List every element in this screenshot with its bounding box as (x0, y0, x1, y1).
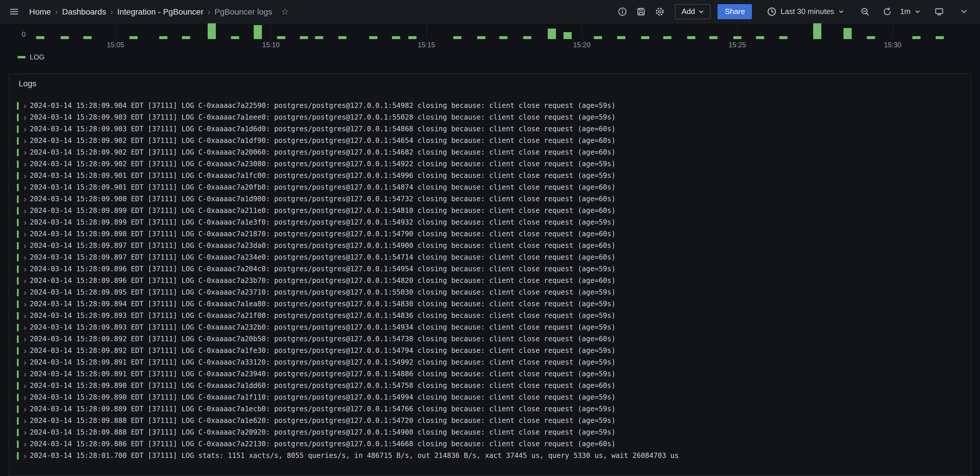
log-row[interactable]: ›2024-03-14 15:28:09.895 EDT [37111] LOG… (10, 287, 970, 298)
expand-chevron-icon[interactable]: › (22, 287, 29, 298)
expand-chevron-icon[interactable]: › (22, 438, 29, 450)
log-row[interactable]: ›2024-03-14 15:28:09.899 EDT [37111] LOG… (10, 217, 970, 228)
log-row[interactable]: ›2024-03-14 15:28:09.904 EDT [37111] LOG… (10, 100, 970, 111)
dashboard-settings-gear-icon[interactable] (652, 3, 668, 19)
log-message: 2024-03-14 15:28:09.891 EDT [37111] LOG … (30, 368, 616, 380)
expand-chevron-icon[interactable]: › (22, 310, 29, 322)
log-row[interactable]: ›2024-03-14 15:28:09.889 EDT [37111] LOG… (10, 403, 970, 415)
log-row[interactable]: ›2024-03-14 15:28:09.899 EDT [37111] LOG… (10, 205, 970, 217)
log-row[interactable]: ›2024-03-14 15:28:09.898 EDT [37111] LOG… (10, 228, 970, 240)
kiosk-monitor-icon[interactable] (931, 3, 947, 19)
log-row[interactable]: ›2024-03-14 15:28:01.700 EDT [37111] LOG… (10, 450, 970, 462)
expand-chevron-icon[interactable]: › (22, 450, 29, 462)
log-row[interactable]: ›2024-03-14 15:28:09.902 EDT [37111] LOG… (10, 135, 970, 146)
log-row[interactable]: ›2024-03-14 15:28:09.890 EDT [37111] LOG… (10, 380, 970, 392)
log-row[interactable]: ›2024-03-14 15:28:09.896 EDT [37111] LOG… (10, 275, 970, 287)
expand-chevron-icon[interactable]: › (22, 333, 29, 345)
favorite-star-icon[interactable]: ☆ (277, 3, 293, 19)
log-row[interactable]: ›2024-03-14 15:28:09.897 EDT [37111] LOG… (10, 252, 970, 263)
nav-left: Home›Dashboards›Integration - PgBouncer›… (6, 3, 293, 19)
log-row[interactable]: ›2024-03-14 15:28:09.901 EDT [37111] LOG… (10, 181, 970, 193)
log-message: 2024-03-14 15:28:09.902 EDT [37111] LOG … (30, 146, 616, 158)
log-row[interactable]: ›2024-03-14 15:28:09.888 EDT [37111] LOG… (10, 427, 970, 438)
expand-chevron-icon[interactable]: › (22, 123, 29, 135)
expand-chevron-icon[interactable]: › (22, 217, 29, 228)
log-message: 2024-03-14 15:28:09.888 EDT [37111] LOG … (30, 427, 616, 438)
y-axis-tick-label: 0 (0, 30, 25, 38)
expand-chevron-icon[interactable]: › (22, 146, 29, 158)
expand-chevron-icon[interactable]: › (22, 252, 29, 263)
expand-chevron-icon[interactable]: › (22, 298, 29, 310)
log-volume-bar (733, 36, 741, 39)
expand-chevron-icon[interactable]: › (22, 380, 29, 392)
expand-chevron-icon[interactable]: › (22, 111, 29, 123)
log-level-indicator (17, 218, 19, 226)
log-row[interactable]: ›2024-03-14 15:28:09.897 EDT [37111] LOG… (10, 240, 970, 252)
expand-chevron-icon[interactable]: › (22, 322, 29, 333)
expand-chevron-icon[interactable]: › (22, 193, 29, 205)
expand-chevron-icon[interactable]: › (22, 158, 29, 170)
log-row[interactable]: ›2024-03-14 15:28:09.894 EDT [37111] LOG… (10, 298, 970, 310)
log-row[interactable]: ›2024-03-14 15:28:09.891 EDT [37111] LOG… (10, 368, 970, 380)
share-button[interactable]: Share (718, 4, 752, 19)
expand-chevron-icon[interactable]: › (22, 135, 29, 146)
log-level-indicator (17, 265, 19, 273)
zoom-out-icon[interactable] (857, 3, 873, 19)
breadcrumb-item-home[interactable]: Home (29, 7, 51, 16)
log-row[interactable]: ›2024-03-14 15:28:09.901 EDT [37111] LOG… (10, 170, 970, 181)
log-row[interactable]: ›2024-03-14 15:28:09.903 EDT [37111] LOG… (10, 111, 970, 123)
log-message: 2024-03-14 15:28:09.893 EDT [37111] LOG … (30, 310, 616, 322)
log-row[interactable]: ›2024-03-14 15:28:09.886 EDT [37111] LOG… (10, 438, 970, 450)
expand-chevron-icon[interactable]: › (22, 275, 29, 287)
log-row[interactable]: ›2024-03-14 15:28:09.890 EDT [37111] LOG… (10, 392, 970, 403)
log-row[interactable]: ›2024-03-14 15:28:09.903 EDT [37111] LOG… (10, 123, 970, 135)
expand-chevron-icon[interactable]: › (22, 263, 29, 275)
log-message: 2024-03-14 15:28:09.893 EDT [37111] LOG … (30, 322, 616, 333)
expand-chevron-icon[interactable]: › (22, 392, 29, 403)
log-row[interactable]: ›2024-03-14 15:28:09.891 EDT [37111] LOG… (10, 357, 970, 368)
log-row[interactable]: ›2024-03-14 15:28:09.888 EDT [37111] LOG… (10, 415, 970, 427)
expand-chevron-icon[interactable]: › (22, 205, 29, 217)
expand-chevron-icon[interactable]: › (22, 240, 29, 252)
expand-chevron-icon[interactable]: › (22, 181, 29, 193)
log-row[interactable]: ›2024-03-14 15:28:09.902 EDT [37111] LOG… (10, 158, 970, 170)
expand-chevron-icon[interactable]: › (22, 368, 29, 380)
expand-chevron-icon[interactable]: › (22, 170, 29, 181)
log-row[interactable]: ›2024-03-14 15:28:09.900 EDT [37111] LOG… (10, 193, 970, 205)
expand-chevron-icon[interactable]: › (22, 357, 29, 368)
breadcrumb-item-integration-pgbouncer[interactable]: Integration - PgBouncer (117, 7, 204, 16)
expand-chevron-icon[interactable]: › (22, 415, 29, 427)
refresh-icon[interactable] (879, 3, 896, 19)
save-dashboard-icon[interactable] (633, 3, 649, 19)
log-row[interactable]: ›2024-03-14 15:28:09.902 EDT [37111] LOG… (10, 146, 970, 158)
log-volume-bar (369, 36, 378, 39)
refresh-interval-dropdown[interactable]: 1m (898, 3, 923, 19)
collapse-chevron-down-icon[interactable] (956, 3, 972, 19)
log-message: 2024-03-14 15:28:01.700 EDT [37111] LOG … (30, 450, 679, 462)
log-row[interactable]: ›2024-03-14 15:28:09.892 EDT [37111] LOG… (10, 333, 970, 345)
log-row[interactable]: ›2024-03-14 15:28:09.892 EDT [37111] LOG… (10, 345, 970, 357)
log-volume-bar (756, 36, 764, 39)
expand-chevron-icon[interactable]: › (22, 100, 29, 111)
log-volume-bar (159, 36, 168, 39)
log-row[interactable]: ›2024-03-14 15:28:09.896 EDT [37111] LOG… (10, 263, 970, 275)
insights-info-icon[interactable] (614, 3, 631, 19)
logs-panel-header[interactable]: Logs (10, 74, 970, 91)
expand-chevron-icon[interactable]: › (22, 427, 29, 438)
log-volume-chart: 0 15:0515:1015:1515:2015:2515:30 LOG (0, 23, 980, 63)
log-volume-bar (843, 28, 852, 39)
time-range-picker[interactable]: Last 30 minutes (765, 3, 846, 19)
log-row[interactable]: ›2024-03-14 15:28:09.893 EDT [37111] LOG… (10, 310, 970, 322)
chart-legend[interactable]: LOG (18, 53, 45, 62)
log-message: 2024-03-14 15:28:09.894 EDT [37111] LOG … (30, 298, 616, 310)
chart-plot-area (30, 23, 972, 39)
logs-panel-title: Logs (19, 79, 961, 88)
menu-toggle-icon[interactable] (6, 3, 22, 19)
expand-chevron-icon[interactable]: › (22, 228, 29, 240)
log-message: 2024-03-14 15:28:09.896 EDT [37111] LOG … (30, 263, 616, 275)
log-row[interactable]: ›2024-03-14 15:28:09.893 EDT [37111] LOG… (10, 322, 970, 333)
add-button[interactable]: Add (675, 4, 711, 19)
breadcrumb-item-dashboards[interactable]: Dashboards (62, 7, 106, 16)
expand-chevron-icon[interactable]: › (22, 403, 29, 415)
expand-chevron-icon[interactable]: › (22, 345, 29, 357)
